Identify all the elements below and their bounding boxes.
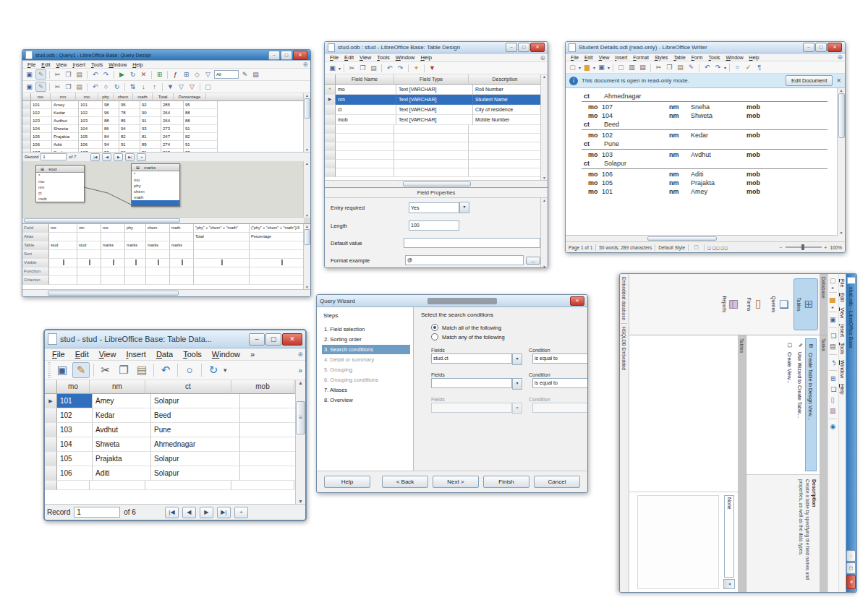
empty-cell[interactable] [394,151,469,160]
menu-item-tools[interactable]: Tools [88,61,106,68]
empty-cell[interactable] [90,481,145,490]
cell-math[interactable]: 91 [140,117,161,125]
undo-icon[interactable]: ↶ [90,82,100,91]
column-header-nm[interactable]: nm [51,93,76,101]
column-header-mo[interactable]: mo [31,93,51,101]
close-button[interactable]: ✕ [282,333,302,346]
copy-icon[interactable]: ❐ [116,363,132,377]
cell-math[interactable]: 90 [140,109,161,117]
menu-item-table[interactable]: Table [671,54,688,61]
maximize-button[interactable]: ▢ [815,43,827,52]
menu-item-window[interactable]: Window [106,61,129,68]
criteria-cell[interactable] [250,259,310,267]
limit-input[interactable]: All [214,70,239,79]
dropdown-arrow-icon[interactable]: ▾ [608,65,610,70]
horizontal-scrollbar[interactable] [325,180,548,187]
menu-item-view[interactable]: View [94,348,122,360]
edit-icon[interactable]: ✎ [72,362,90,378]
paste-icon[interactable]: ▤ [676,63,685,72]
criteria-cell[interactable] [250,267,310,276]
view-layout-icons[interactable]: ◻ ◻◻ ◻◻ [707,245,728,250]
cell-chem[interactable]: 90 [119,149,140,152]
cell-mo[interactable]: 103 [79,117,103,125]
empty-cell[interactable] [394,134,469,142]
criteria-cell[interactable] [101,276,125,285]
titlebar[interactable]: Query Wizard ✕ [317,295,587,307]
scroll-down-icon[interactable]: ▼ [305,147,309,152]
field-row-mo[interactable]: ✦moText [VARCHAR]Roll Number [325,85,548,95]
sort-asc-icon[interactable]: ↓ [139,82,148,91]
doc-icon[interactable]: ▢ [786,340,794,350]
scroll-up-icon[interactable]: ▲ [542,198,546,202]
cell-nm[interactable]: Shweta [52,125,79,133]
scroll-thumb[interactable] [838,93,845,138]
cell-mo[interactable]: 103 [57,423,93,437]
condition-value[interactable]: is equal to [532,378,588,388]
menu-item-help[interactable]: Help [746,54,762,61]
doc-icon[interactable]: ▢ [616,63,626,72]
row-header[interactable]: ▶ [45,394,57,408]
report-icon[interactable]: ▤ [728,296,741,312]
preview-select[interactable]: None [724,495,734,578]
globe-icon[interactable]: ⊕ [302,61,308,68]
prop-input-default-value[interactable] [404,238,540,248]
empty-cell[interactable] [469,142,542,151]
autofilter-icon[interactable]: ▼ [166,82,175,91]
step-item-2-sorting-order[interactable]: 2. Sorting order [322,335,410,344]
menu-item-tools[interactable]: Tools [839,340,846,357]
scroll-thumb[interactable]: ≡ [296,401,305,434]
edit-icon[interactable]: ✎ [35,69,46,80]
task-item-create-table-in-design-view[interactable]: ⊞Create Table in Design View... [805,338,817,471]
row-header[interactable] [325,125,336,134]
menu-item-insert[interactable]: Insert [612,54,630,61]
empty-field-row[interactable] [325,160,548,168]
cell-ct[interactable]: Beed [151,408,240,423]
key-icon[interactable]: ✦ [412,64,421,72]
empty-cell[interactable] [336,142,394,151]
cell-field-name[interactable]: nm [336,95,396,105]
cut-icon[interactable]: ✂ [98,363,114,377]
save-icon[interactable]: ▣ [54,363,70,377]
find-icon[interactable]: ○ [182,363,197,377]
scroll-thumb[interactable] [647,236,717,241]
cell-mo[interactable]: 107 [79,149,103,152]
scroll-thumb[interactable] [304,229,310,245]
cell-ct[interactable]: Solapur [151,452,240,466]
cell-ct[interactable]: Solapur [151,466,240,481]
cell-mo[interactable]: 106 [31,141,52,149]
cell-nm[interactable]: Prajakta [93,452,151,466]
criteria-cell[interactable] [170,276,194,285]
undo-icon[interactable]: ↶ [158,363,174,377]
prop-input-length[interactable]: 100 [409,220,459,231]
criteria-cell[interactable]: mo [101,224,125,233]
edit-icon[interactable]: ✎ [35,82,46,92]
menu-item-tools[interactable]: Tools [374,53,393,61]
criteria-cell[interactable]: Total [194,233,250,241]
criteria-cell[interactable] [49,276,77,285]
reset-filter-icon[interactable]: ▽ [187,82,197,91]
scroll-up-icon[interactable]: ▲ [305,93,309,98]
close-button[interactable]: ✕ [293,51,307,60]
column-header-field-name[interactable]: Field Name [336,74,394,85]
cell-percentage[interactable]: 88 [184,109,218,117]
empty-field-row[interactable] [325,125,548,134]
cell-total[interactable]: 264 [161,109,184,117]
scroll-up-icon[interactable]: ▲ [298,380,303,385]
cell-mo[interactable]: 102 [57,408,93,423]
visible-checkbox[interactable] [113,260,114,265]
empty-field-row[interactable] [325,151,548,160]
maximize-button[interactable]: ▢ [281,51,292,60]
row-header[interactable]: ✦ [325,85,336,95]
criteria-cell[interactable] [194,241,250,250]
criteria-cell[interactable] [250,276,310,285]
titlebar[interactable]: stud.odb - LibreOffice Base –▢✕ [846,274,856,592]
cell-nm[interactable]: Aditi [52,141,79,149]
criteria-cell[interactable]: marks [146,241,170,250]
criteria-cell[interactable]: stud [77,241,101,250]
undo-icon[interactable]: ↶ [90,70,100,79]
globe-icon[interactable]: ⊕ [540,54,545,61]
visible-checkbox[interactable] [158,260,159,265]
zoom-in-icon[interactable]: + [825,245,827,250]
row-header[interactable] [22,133,31,141]
empty-cell[interactable] [336,134,394,142]
